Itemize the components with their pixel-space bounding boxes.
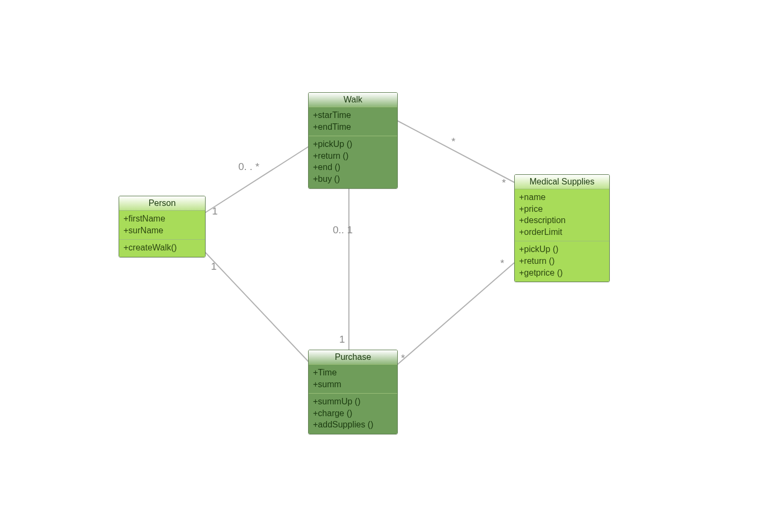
class-walk-title: Walk <box>309 93 397 107</box>
uml-diagram-canvas: Person +firstName +surName +createWalk()… <box>0 0 759 532</box>
attr: +price <box>519 203 605 215</box>
mult-walk-medical-medical: * <box>502 177 506 189</box>
class-purchase-title: Purchase <box>309 350 397 365</box>
method: +pickUp () <box>313 138 393 150</box>
attr: +name <box>519 191 605 203</box>
class-person-title: Person <box>119 196 205 211</box>
method: +end () <box>313 161 393 173</box>
class-medical-supplies[interactable]: Medical Supplies +name +price +descripti… <box>514 174 610 282</box>
mult-person-walk-person: 1 <box>212 205 218 217</box>
attr: +endTime <box>313 121 393 133</box>
method: +return () <box>519 255 605 267</box>
class-medical-title: Medical Supplies <box>515 175 609 189</box>
attr: +description <box>519 215 605 226</box>
mult-person-purchase-person: 1 <box>211 261 217 272</box>
attr: +summ <box>313 379 393 390</box>
method: +summUp () <box>313 396 393 408</box>
attr: +orderLimit <box>519 226 605 238</box>
mult-person-walk-walk: 0. . * <box>238 161 259 173</box>
class-walk-attributes: +starTime +endTime <box>309 107 397 136</box>
svg-line-4 <box>397 263 514 365</box>
mult-purchase-medical-purchase: * <box>401 352 405 364</box>
mult-walk-purchase-walk: 0.. 1 <box>333 224 353 236</box>
class-medical-attributes: +name +price +description +orderLimit <box>515 189 609 241</box>
method: +getprice () <box>519 267 605 279</box>
class-purchase[interactable]: Purchase +Time +summ +summUp () +charge … <box>308 350 398 434</box>
mult-walk-medical-walk: * <box>451 136 455 147</box>
class-purchase-methods: +summUp () +charge () +addSupplies () <box>309 394 397 434</box>
attr: +surName <box>123 225 201 237</box>
mult-walk-purchase-purchase: 1 <box>339 334 345 345</box>
association-lines <box>0 0 759 532</box>
method: +pickUp () <box>519 243 605 255</box>
svg-line-3 <box>397 121 514 182</box>
method: +buy () <box>313 173 393 185</box>
method: +charge () <box>313 408 393 419</box>
class-medical-methods: +pickUp () +return () +getprice () <box>515 241 609 282</box>
attr: +firstName <box>123 213 201 225</box>
class-person-attributes: +firstName +surName <box>119 211 205 240</box>
class-walk-methods: +pickUp () +return () +end () +buy () <box>309 136 397 188</box>
mult-purchase-medical-medical: * <box>500 257 504 269</box>
attr: +starTime <box>313 109 393 121</box>
class-person-methods: +createWalk() <box>119 240 205 257</box>
svg-line-0 <box>204 145 311 213</box>
method: +createWalk() <box>123 242 201 254</box>
attr: +Time <box>313 367 393 379</box>
method: +return () <box>313 150 393 162</box>
class-purchase-attributes: +Time +summ <box>309 365 397 394</box>
class-person[interactable]: Person +firstName +surName +createWalk() <box>119 196 206 257</box>
svg-line-1 <box>204 251 311 365</box>
class-walk[interactable]: Walk +starTime +endTime +pickUp () +retu… <box>308 92 398 189</box>
method: +addSupplies () <box>313 419 393 431</box>
